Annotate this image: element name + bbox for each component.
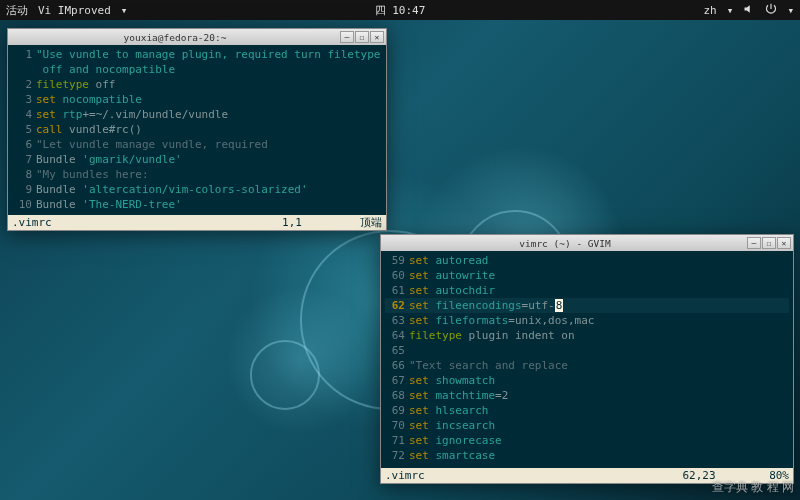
code-text: off and nocompatible bbox=[36, 62, 382, 77]
code-line: 71set ignorecase bbox=[385, 433, 789, 448]
code-text: Bundle 'The-NERD-tree' bbox=[36, 197, 382, 212]
line-number: 71 bbox=[385, 433, 409, 448]
minimize-button[interactable]: – bbox=[747, 237, 761, 249]
code-line: 72set smartcase bbox=[385, 448, 789, 463]
maximize-button[interactable]: ☐ bbox=[762, 237, 776, 249]
gvim-window[interactable]: vimrc (~) - GVIM – ☐ ✕ 59set autoread60s… bbox=[380, 234, 794, 484]
code-text: set ignorecase bbox=[409, 433, 789, 448]
line-number: 70 bbox=[385, 418, 409, 433]
editor-area[interactable]: 59set autoread60set autowrite61set autoc… bbox=[381, 251, 793, 468]
code-text: set autoread bbox=[409, 253, 789, 268]
volume-icon[interactable] bbox=[743, 3, 755, 18]
window-title: youxia@fedora-20:~ bbox=[10, 32, 340, 43]
code-line: 6"Let vundle manage vundle, required bbox=[12, 137, 382, 152]
line-number: 59 bbox=[385, 253, 409, 268]
maximize-button[interactable]: ☐ bbox=[355, 31, 369, 43]
status-line: .vimrc 1,1 顶端 bbox=[8, 215, 386, 230]
activities-button[interactable]: 活动 bbox=[6, 3, 28, 18]
title-bar[interactable]: youxia@fedora-20:~ – ☐ ✕ bbox=[8, 29, 386, 45]
code-text: set matchtime=2 bbox=[409, 388, 789, 403]
code-line: 9Bundle 'altercation/vim-colors-solarize… bbox=[12, 182, 382, 197]
code-line: 62set fileencodings=utf-8 bbox=[385, 298, 789, 313]
code-text bbox=[409, 343, 789, 358]
code-line: 63set fileformats=unix,dos,mac bbox=[385, 313, 789, 328]
line-number: 1 bbox=[12, 47, 36, 62]
line-number: 60 bbox=[385, 268, 409, 283]
close-button[interactable]: ✕ bbox=[777, 237, 791, 249]
code-text: set hlsearch bbox=[409, 403, 789, 418]
code-text: call vundle#rc() bbox=[36, 122, 382, 137]
code-text: filetype plugin indent on bbox=[409, 328, 789, 343]
terminal-window[interactable]: youxia@fedora-20:~ – ☐ ✕ 1"Use vundle to… bbox=[7, 28, 387, 231]
watermark-text: 查字典 教 程 网 bbox=[712, 479, 794, 496]
line-number: 65 bbox=[385, 343, 409, 358]
code-line: 7Bundle 'gmarik/vundle' bbox=[12, 152, 382, 167]
code-line: 61set autochdir bbox=[385, 283, 789, 298]
line-number: 67 bbox=[385, 373, 409, 388]
close-button[interactable]: ✕ bbox=[370, 31, 384, 43]
status-scroll: 顶端 bbox=[332, 215, 382, 230]
line-number: 6 bbox=[12, 137, 36, 152]
line-number: 68 bbox=[385, 388, 409, 403]
code-text: set fileformats=unix,dos,mac bbox=[409, 313, 789, 328]
code-line: 69set hlsearch bbox=[385, 403, 789, 418]
minimize-button[interactable]: – bbox=[340, 31, 354, 43]
code-line: 68set matchtime=2 bbox=[385, 388, 789, 403]
chevron-down-icon: ▾ bbox=[121, 4, 128, 17]
code-line: 1"Use vundle to manage plugin, required … bbox=[12, 47, 382, 62]
power-icon[interactable] bbox=[765, 3, 777, 18]
line-number: 8 bbox=[12, 167, 36, 182]
code-line: 59set autoread bbox=[385, 253, 789, 268]
line-number: 3 bbox=[12, 92, 36, 107]
status-filename: .vimrc bbox=[385, 469, 659, 482]
code-line: 8"My bundles here: bbox=[12, 167, 382, 182]
line-number: 63 bbox=[385, 313, 409, 328]
code-text: set showmatch bbox=[409, 373, 789, 388]
code-line: 67set showmatch bbox=[385, 373, 789, 388]
clock[interactable]: 四 10:47 bbox=[375, 3, 426, 18]
chevron-down-icon: ▾ bbox=[787, 4, 794, 17]
code-line: 3set nocompatible bbox=[12, 92, 382, 107]
line-number: 7 bbox=[12, 152, 36, 167]
line-number: 72 bbox=[385, 448, 409, 463]
gnome-topbar: 活动 Vi IMproved ▾ 四 10:47 zh ▾ ▾ bbox=[0, 0, 800, 20]
line-number bbox=[12, 62, 36, 77]
line-number: 64 bbox=[385, 328, 409, 343]
app-menu[interactable]: Vi IMproved bbox=[38, 4, 111, 17]
code-line: 64filetype plugin indent on bbox=[385, 328, 789, 343]
chevron-down-icon: ▾ bbox=[727, 4, 734, 17]
cursor: 8 bbox=[555, 299, 564, 312]
status-filename: .vimrc bbox=[12, 216, 252, 229]
code-line: 60set autowrite bbox=[385, 268, 789, 283]
code-line: 66"Text search and replace bbox=[385, 358, 789, 373]
code-line: off and nocompatible bbox=[12, 62, 382, 77]
code-text: set rtp+=~/.vim/bundle/vundle bbox=[36, 107, 382, 122]
code-text: set smartcase bbox=[409, 448, 789, 463]
code-text: set autowrite bbox=[409, 268, 789, 283]
editor-area[interactable]: 1"Use vundle to manage plugin, required … bbox=[8, 45, 386, 215]
code-text: "Let vundle manage vundle, required bbox=[36, 137, 382, 152]
code-text: set autochdir bbox=[409, 283, 789, 298]
code-text: Bundle 'altercation/vim-colors-solarized… bbox=[36, 182, 382, 197]
code-line: 70set incsearch bbox=[385, 418, 789, 433]
code-line: 2filetype off bbox=[12, 77, 382, 92]
code-line: 4set rtp+=~/.vim/bundle/vundle bbox=[12, 107, 382, 122]
line-number: 2 bbox=[12, 77, 36, 92]
code-line: 10Bundle 'The-NERD-tree' bbox=[12, 197, 382, 212]
title-bar[interactable]: vimrc (~) - GVIM – ☐ ✕ bbox=[381, 235, 793, 251]
code-text: "Use vundle to manage plugin, required t… bbox=[36, 47, 382, 62]
input-lang[interactable]: zh bbox=[704, 4, 717, 17]
line-number: 62 bbox=[385, 298, 409, 313]
code-text: set fileencodings=utf-8 bbox=[409, 298, 789, 313]
code-text: filetype off bbox=[36, 77, 382, 92]
code-line: 5call vundle#rc() bbox=[12, 122, 382, 137]
line-number: 9 bbox=[12, 182, 36, 197]
code-text: set nocompatible bbox=[36, 92, 382, 107]
line-number: 4 bbox=[12, 107, 36, 122]
line-number: 5 bbox=[12, 122, 36, 137]
status-position: 1,1 bbox=[252, 216, 332, 229]
code-text: set incsearch bbox=[409, 418, 789, 433]
code-text: "My bundles here: bbox=[36, 167, 382, 182]
code-text: Bundle 'gmarik/vundle' bbox=[36, 152, 382, 167]
code-line: 65 bbox=[385, 343, 789, 358]
